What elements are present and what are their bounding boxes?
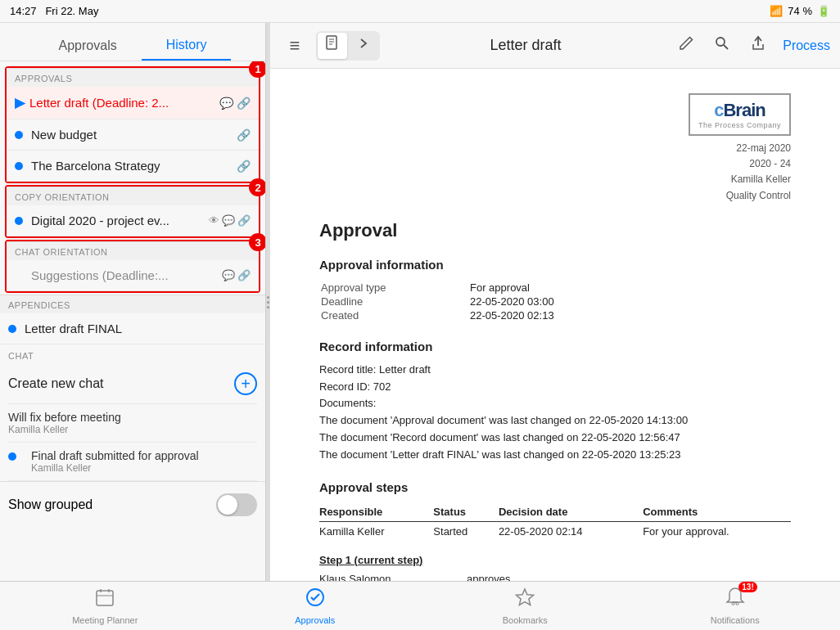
chat-item-2[interactable]: Final draft submitted for approval Kamil…	[8, 443, 257, 481]
eye-icon: 👁	[209, 214, 219, 227]
show-grouped-toggle[interactable]	[216, 493, 257, 516]
current-step-table: Klaus Salomon approves	[319, 569, 791, 581]
record-info-title: Record information	[319, 340, 791, 353]
approval-item-text: The Barcelona Strategy	[31, 159, 237, 173]
toolbar: ≡ Letter draft	[270, 23, 840, 69]
menu-icon: ≡	[290, 35, 300, 56]
process-button[interactable]: Process	[783, 38, 830, 53]
chat-orient-section-box: 3 CHAT ORIENTATION Suggestions (Deadline…	[5, 240, 260, 293]
appendices-item[interactable]: Letter draft FINAL	[0, 313, 265, 344]
info-row-created: Created 22-05-2020 02:13	[321, 309, 789, 322]
doc-header: cBrain The Process Company 22-maj 202020…	[319, 93, 791, 204]
current-step-responsible: Klaus Salomon	[319, 569, 467, 581]
calendar-icon	[94, 587, 115, 613]
dot-icon	[8, 452, 16, 461]
record-line-3: The document 'Approval document' was las…	[319, 412, 791, 430]
right-panel: ≡ Letter draft	[270, 23, 840, 581]
chat-item-content: Final draft submitted for approval Kamil…	[31, 449, 199, 474]
tab-history[interactable]: History	[142, 31, 232, 61]
empty-dot	[15, 272, 23, 280]
nav-bookmarks[interactable]: Bookmarks	[420, 587, 630, 625]
record-info-block: Record title: Letter draft Record ID: 70…	[319, 362, 791, 464]
dot-icon	[15, 217, 23, 225]
steps-header-row: Responsible Status Decision date Comment…	[319, 502, 791, 522]
dot-icon	[15, 162, 23, 170]
create-chat-button[interactable]: Create new chat +	[8, 364, 257, 404]
current-step-label: Step 1 (current step)	[319, 554, 791, 566]
edit-button[interactable]	[671, 31, 701, 61]
current-step-row: Klaus Salomon approves	[319, 569, 791, 581]
chat-section-header: CHAT	[8, 346, 257, 364]
nav-meeting-planner[interactable]: Meeting Planner	[0, 587, 210, 625]
copy-item-digital[interactable]: Digital 2020 - project ev... 👁 💬 🔗	[7, 205, 259, 236]
sidebar-tabs: Approvals History	[0, 23, 265, 61]
approval-item-text: New budget	[31, 128, 237, 142]
bottom-navigation: Meeting Planner Approvals Bookmarks 13! …	[0, 581, 840, 630]
share-button[interactable]	[743, 31, 773, 61]
doc-view-btn-2[interactable]	[349, 33, 378, 59]
chat-orient-item[interactable]: Suggestions (Deadline:... 💬 🔗	[7, 260, 259, 291]
record-line-4: The document 'Record document' was last …	[319, 430, 791, 447]
svg-point-4	[716, 38, 725, 46]
svg-point-15	[736, 603, 738, 605]
approvals-header: APPROVALS	[7, 68, 259, 87]
nav-meeting-planner-label: Meeting Planner	[72, 615, 138, 625]
chat-section: CHAT Create new chat + Will fix before m…	[0, 346, 265, 481]
record-line-2: Documents:	[319, 395, 791, 412]
link-icon: 🔗	[237, 97, 251, 110]
company-logo: cBrain	[698, 100, 781, 121]
approval-item-new-budget[interactable]: New budget 🔗	[7, 119, 259, 151]
info-row-type: Approval type For approval	[321, 281, 789, 294]
doc-view-toggle	[316, 31, 380, 61]
nav-notifications[interactable]: 13! Notifications	[630, 587, 841, 625]
share-icon	[750, 34, 766, 56]
dot-icon	[8, 325, 16, 333]
search-button[interactable]	[707, 31, 737, 61]
copy-badge: 2	[249, 178, 265, 196]
tab-approvals[interactable]: Approvals	[34, 32, 142, 60]
approval-info-table: Approval type For approval Deadline 22-0…	[319, 280, 791, 323]
toggle-knob	[218, 495, 237, 515]
copy-item-text: Digital 2020 - project ev...	[31, 214, 209, 227]
chat-item-title: Final draft submitted for approval	[31, 449, 199, 462]
chat-icon: 💬	[222, 269, 235, 281]
dot-icon	[15, 131, 23, 139]
steps-row-0-comments: For your approval.	[643, 521, 791, 541]
approvals-icon	[305, 587, 326, 613]
show-grouped-row: Show grouped	[0, 481, 265, 528]
company-tagline: The Process Company	[698, 121, 781, 129]
steps-row-0-date: 22-05-2020 02:14	[499, 521, 643, 541]
toolbar-title: Letter draft	[386, 37, 665, 54]
nav-approvals[interactable]: Approvals	[210, 587, 421, 625]
document-area: cBrain The Process Company 22-maj 202020…	[270, 69, 840, 581]
approval-item-letter-draft[interactable]: ▶ Letter draft (Deadline: 2... 💬 🔗	[7, 87, 259, 119]
svg-line-5	[724, 45, 728, 49]
steps-col-comments: Comments	[643, 502, 791, 522]
battery-icon: 🔋	[817, 5, 830, 17]
steps-col-responsible: Responsible	[319, 502, 433, 522]
main-layout: Approvals History 1 APPROVALS ▶ Letter d…	[0, 23, 840, 581]
create-chat-label: Create new chat	[8, 376, 104, 391]
chat-icon: 💬	[222, 214, 235, 227]
appendices-header: APPENDICES	[0, 295, 265, 313]
chat-item-title: Will fix before meeting	[8, 411, 257, 424]
status-time: 14:27 Fri 22. May	[10, 5, 98, 17]
svg-marker-12	[517, 589, 534, 605]
approval-item-barcelona[interactable]: The Barcelona Strategy 🔗	[7, 151, 259, 182]
steps-row-0: Kamilla Keller Started 22-05-2020 02:14 …	[319, 521, 791, 541]
menu-button[interactable]: ≡	[280, 31, 309, 61]
chat-orient-badge: 3	[249, 233, 265, 251]
link-icon: 🔗	[237, 128, 251, 142]
sidebar-content: 1 APPROVALS ▶ Letter draft (Deadline: 2.…	[0, 61, 265, 581]
company-block: cBrain The Process Company 22-maj 202020…	[689, 93, 791, 204]
nav-bookmarks-label: Bookmarks	[503, 615, 548, 625]
record-line-1: Record ID: 702	[319, 379, 791, 396]
approval-steps-title: Approval steps	[319, 480, 791, 494]
doc-view-btn-1[interactable]	[318, 33, 347, 59]
plus-icon[interactable]: +	[234, 372, 257, 395]
svg-point-14	[732, 603, 734, 605]
appendices-section: APPENDICES Letter draft FINAL	[0, 295, 265, 344]
chat-item-1[interactable]: Will fix before meeting Kamilla Keller	[8, 404, 257, 443]
document-icon	[325, 35, 340, 56]
notifications-icon: 13!	[725, 587, 746, 613]
